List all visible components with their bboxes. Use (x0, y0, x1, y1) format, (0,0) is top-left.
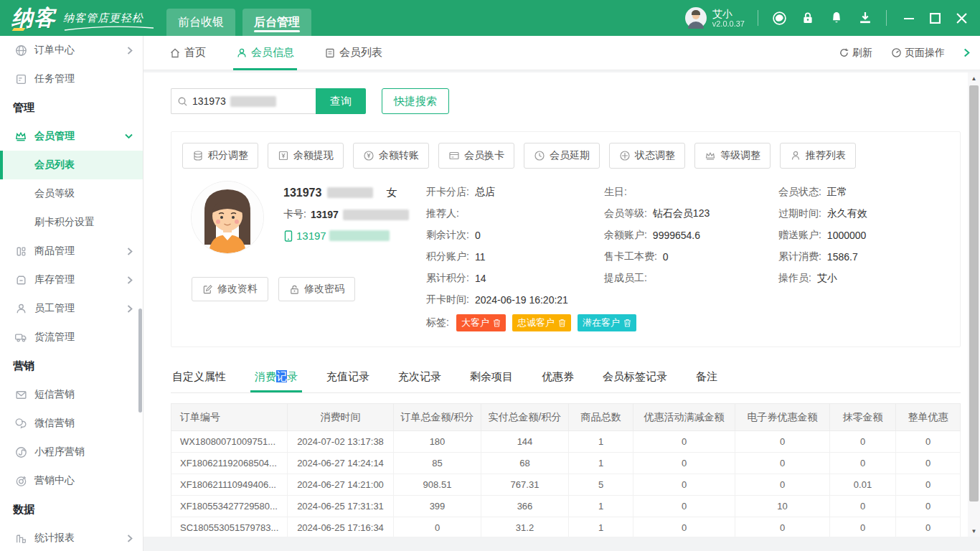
tab-custom-attributes[interactable]: 自定义属性 (172, 370, 226, 392)
query-button[interactable]: 查询 (316, 88, 366, 114)
tab-consumption-records[interactable]: 消费记录 (255, 370, 298, 392)
chevron-right-icon (127, 534, 133, 542)
sidebar-item-task-management[interactable]: 任务管理 (0, 65, 143, 93)
cell-voucher-discount: 0 (735, 517, 830, 537)
sidebar-scrollbar-thumb[interactable] (138, 309, 142, 413)
referral-list-button[interactable]: 推荐列表 (780, 143, 856, 169)
sidebar-section-data: 数据 (0, 495, 143, 524)
tab-recharge-records[interactable]: 充值记录 (326, 370, 369, 392)
sidebar: 订单中心 任务管理 管理 会员管理 会员列表 会员等级 刷卡积分设置 商品管理 … (0, 36, 143, 551)
cell-order-number: XF180621192068504... (171, 453, 288, 474)
balance-withdraw-button[interactable]: 余额提现 (268, 143, 344, 169)
tab-remaining-items[interactable]: 剩余项目 (470, 370, 513, 392)
member-card-change-button[interactable]: 会员换卡 (438, 143, 514, 169)
sidebar-item-card-points-settings[interactable]: 刷卡积分设置 (0, 208, 143, 237)
trash-icon[interactable] (493, 319, 501, 327)
refresh-icon (839, 47, 849, 58)
table-row[interactable]: XF180553427729580... 2024-06-25 17:31:31… (171, 496, 961, 517)
field-label: 会员状态: (778, 186, 821, 199)
tab-label: 首页 (184, 46, 206, 60)
app-slogan: 纳客管店更轻松 (63, 11, 143, 24)
edit-profile-button[interactable]: 修改资料 (192, 277, 268, 301)
bell-icon[interactable] (829, 10, 844, 26)
member-info-page: 131973 查询 快捷搜索 积分调整 (143, 72, 968, 537)
user-block[interactable]: 艾小 v2.0.0.37 (685, 7, 745, 29)
sidebar-item-inventory-management[interactable]: 库存管理 (0, 265, 143, 294)
tab-label-part: 录 (287, 370, 298, 382)
table-row[interactable]: SC180553051579783... 2024-06-25 17:16:34… (171, 517, 961, 537)
page-operations-button[interactable]: 页面操作 (891, 47, 945, 60)
coins-icon (192, 150, 204, 161)
sidebar-item-member-management[interactable]: 会员管理 (0, 122, 143, 151)
quick-search-button[interactable]: 快捷搜索 (382, 88, 449, 114)
vertical-scrollbar[interactable]: ▲ ▼ (968, 72, 980, 537)
gauge-icon (891, 47, 902, 58)
tab-label: 会员列表 (339, 46, 382, 60)
member-extend-button[interactable]: 会员延期 (524, 143, 600, 169)
miniprogram-icon (14, 446, 27, 458)
sidebar-item-member-level[interactable]: 会员等级 (0, 179, 143, 208)
home-icon (169, 47, 181, 59)
field-label: 赠送账户: (778, 229, 821, 242)
refresh-button[interactable]: 刷新 (839, 47, 872, 60)
action-label: 状态调整 (635, 149, 675, 162)
sidebar-item-marketing-center[interactable]: 营销中心 (0, 466, 143, 495)
trash-icon[interactable] (558, 319, 566, 327)
edit-password-button[interactable]: 修改密码 (278, 277, 355, 301)
nav-tab-front-cashier[interactable]: 前台收银 (166, 9, 235, 36)
tab-member-tag-records[interactable]: 会员标签记录 (603, 370, 667, 392)
redacted-text (230, 96, 276, 107)
download-icon[interactable] (857, 10, 873, 26)
field-value: 永久有效 (827, 207, 867, 220)
chevron-right-icon[interactable] (963, 48, 970, 57)
crown-icon (705, 150, 716, 161)
tab-label-selected-char: 记 (276, 370, 287, 382)
tab-home[interactable]: 首页 (169, 36, 206, 70)
cell-order-number: XF180621110949406... (171, 474, 288, 496)
table-row[interactable]: WX18080071009751... 2024-07-02 13:17:38 … (171, 431, 961, 453)
close-button[interactable] (956, 13, 967, 24)
tags-label: 标签: (426, 316, 449, 329)
tab-count-recharge-records[interactable]: 充次记录 (398, 370, 441, 392)
level-adjust-button[interactable]: 等级调整 (694, 143, 771, 169)
sidebar-item-order-center[interactable]: 订单中心 (0, 36, 143, 65)
sidebar-item-miniprogram-marketing[interactable]: 小程序营销 (0, 438, 143, 466)
sidebar-item-statistics-reports[interactable]: 统计报表 (0, 524, 143, 551)
customer-service-icon[interactable] (771, 10, 787, 26)
sidebar-item-logistics-management[interactable]: 货流管理 (0, 323, 143, 352)
points-adjust-button[interactable]: 积分调整 (182, 143, 258, 169)
sidebar-item-member-list[interactable]: 会员列表 (0, 151, 143, 179)
cell-time: 2024-06-25 17:31:31 (288, 496, 394, 517)
tab-member-info[interactable]: 会员信息 (236, 36, 294, 70)
sidebar-item-wechat-marketing[interactable]: 微信营销 (0, 409, 143, 438)
tab-remarks[interactable]: 备注 (696, 370, 717, 392)
trash-icon[interactable] (623, 319, 631, 327)
table-row[interactable]: XF180621192068504... 2024-06-27 14:24:14… (171, 453, 961, 474)
truck-icon (14, 331, 27, 344)
cell-paid-total: 68 (481, 453, 569, 474)
tag-loyal-customer: 忠诚客户 (512, 314, 571, 331)
scroll-up-arrow[interactable]: ▲ (968, 72, 980, 84)
sidebar-item-label: 统计报表 (34, 532, 75, 545)
nav-tab-back-office[interactable]: 后台管理 (242, 9, 311, 36)
cell-promo-discount: 0 (633, 496, 735, 517)
scrollbar-thumb[interactable] (969, 85, 979, 501)
balance-transfer-button[interactable]: 余额转账 (353, 143, 429, 169)
card-icon (448, 150, 460, 161)
tab-coupons[interactable]: 优惠券 (542, 370, 574, 392)
scroll-down-arrow[interactable]: ▼ (968, 525, 980, 537)
minimize-button[interactable] (904, 13, 914, 23)
search-input[interactable]: 131973 (171, 88, 316, 114)
sidebar-item-goods-management[interactable]: 商品管理 (0, 237, 143, 265)
lock-icon[interactable] (800, 10, 816, 26)
sidebar-item-sms-marketing[interactable]: 短信营销 (0, 380, 143, 409)
status-adjust-button[interactable]: 状态调整 (609, 143, 685, 169)
tab-member-list[interactable]: 会员列表 (324, 36, 382, 70)
page-tabbar: 首页 会员信息 会员列表 刷新 页面操作 (143, 36, 980, 70)
cell-rounding: 0.01 (830, 474, 896, 496)
cell-paid-total: 366 (481, 496, 569, 517)
tag-big-customer: 大客户 (456, 314, 506, 331)
sidebar-item-staff-management[interactable]: 员工管理 (0, 294, 143, 323)
table-row[interactable]: XF180621110949406... 2024-06-27 14:21:00… (171, 474, 961, 496)
maximize-button[interactable] (930, 13, 941, 24)
